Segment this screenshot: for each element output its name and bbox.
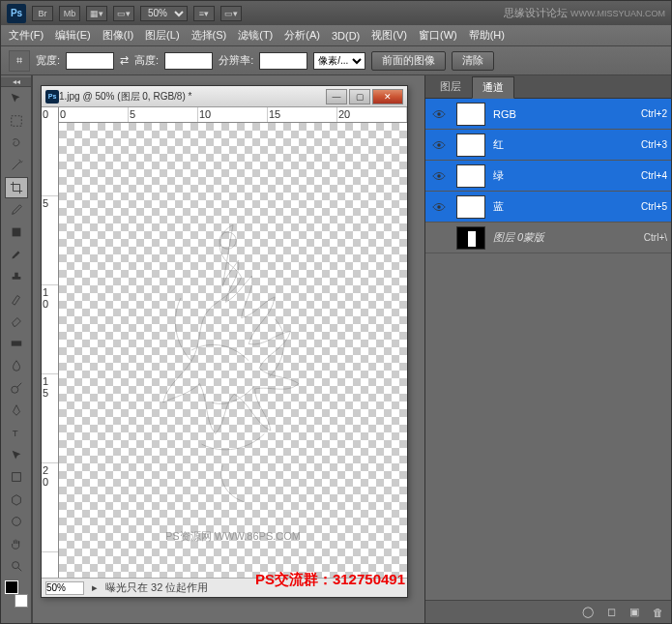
tab-layers[interactable]: 图层 [429, 75, 472, 98]
type-tool[interactable]: T [5, 422, 28, 443]
menu-view[interactable]: 视图(V) [371, 28, 407, 43]
screen-mode-button[interactable]: ▭▾ [113, 6, 134, 21]
history-brush-tool[interactable] [5, 288, 28, 310]
menu-select[interactable]: 选择(S) [191, 28, 227, 43]
foreground-swatch[interactable] [5, 580, 18, 594]
color-swatches[interactable] [5, 580, 28, 608]
channel-name: 图层 0蒙版 [493, 230, 636, 245]
channel-shortcut: Ctrl+\ [644, 232, 667, 243]
menu-window[interactable]: 窗口(W) [419, 28, 457, 43]
width-label: 宽度: [36, 53, 60, 68]
stamp-tool[interactable] [5, 266, 28, 287]
svg-point-3 [11, 386, 17, 393]
swap-icon[interactable]: ⇄ [120, 54, 129, 67]
bridge-button[interactable]: Br [32, 6, 53, 21]
workspace: ◂◂ T Ps 1.jpg @ 50% (图层 0, RGB/8 [1, 75, 671, 623]
doc-close-button[interactable]: ✕ [372, 89, 403, 104]
svg-text:T: T [12, 428, 17, 438]
res-input[interactable] [259, 52, 307, 70]
channel-shortcut: Ctrl+3 [641, 139, 667, 150]
svg-point-8 [219, 232, 236, 249]
hand-tool[interactable] [5, 533, 28, 554]
svg-point-9 [437, 112, 441, 116]
visibility-icon[interactable] [429, 140, 449, 150]
extras-button[interactable]: ≡▾ [193, 6, 215, 21]
doc-minimize-button[interactable]: — [326, 89, 347, 104]
doc-maximize-button[interactable]: ▢ [349, 89, 370, 104]
workspace-button[interactable]: ▭▾ [220, 6, 242, 21]
toolbox-collapse[interactable]: ◂◂ [1, 77, 31, 87]
zoom-tool[interactable] [5, 555, 28, 577]
eraser-tool[interactable] [5, 311, 28, 332]
pen-tool[interactable] [5, 400, 28, 421]
gradient-tool[interactable] [5, 333, 28, 354]
minibridge-button[interactable]: Mb [59, 6, 80, 21]
menu-analysis[interactable]: 分析(A) [284, 28, 320, 43]
clear-button[interactable]: 清除 [452, 51, 494, 71]
artwork [129, 168, 337, 532]
panels: 图层 通道 RGBCtrl+2红Ctrl+3绿Ctrl+4蓝Ctrl+5图层 0… [424, 75, 671, 623]
zoom-select[interactable]: 50% [140, 6, 188, 21]
canvas-watermark: PS资源网 WWW.86PS.COM [165, 529, 301, 544]
svg-point-6 [12, 518, 20, 526]
canvas[interactable]: PS资源网 WWW.86PS.COM [59, 123, 407, 578]
doc-titlebar[interactable]: Ps 1.jpg @ 50% (图层 0, RGB/8) * — ▢ ✕ [42, 86, 407, 107]
doc-icon: Ps [45, 90, 59, 104]
visibility-icon[interactable] [429, 202, 449, 212]
svg-rect-1 [12, 228, 20, 237]
move-tool[interactable] [5, 88, 28, 109]
tab-channels[interactable]: 通道 [472, 76, 514, 99]
channel-row[interactable]: 图层 0蒙版Ctrl+\ [425, 223, 671, 253]
path-select-tool[interactable] [5, 444, 28, 465]
channel-row[interactable]: RGBCtrl+2 [425, 99, 671, 130]
menu-edit[interactable]: 编辑(E) [55, 28, 91, 43]
load-selection-icon[interactable]: ◯ [580, 605, 596, 620]
blur-tool[interactable] [5, 355, 28, 376]
crop-tool-icon[interactable]: ⌗ [9, 50, 30, 72]
menu-layer[interactable]: 图层(L) [145, 28, 179, 43]
menu-file[interactable]: 文件(F) [9, 28, 44, 43]
menu-help[interactable]: 帮助(H) [469, 28, 505, 43]
svg-point-12 [437, 205, 441, 209]
unit-select[interactable]: 像素/... [313, 52, 365, 70]
doc-title: 1.jpg @ 50% (图层 0, RGB/8) * [59, 90, 326, 104]
lasso-tool[interactable] [5, 133, 28, 154]
3d-tool[interactable] [5, 489, 28, 510]
horizontal-ruler: 05101520 [59, 107, 407, 123]
save-selection-icon[interactable]: ◻ [603, 605, 619, 620]
visibility-icon[interactable] [429, 171, 449, 181]
delete-channel-icon[interactable]: 🗑 [650, 605, 665, 620]
new-channel-icon[interactable]: ▣ [627, 605, 642, 620]
visibility-icon[interactable] [429, 109, 449, 119]
channel-thumbnail [456, 226, 485, 250]
status-text: 曝光只在 32 位起作用 [105, 580, 208, 595]
channel-row[interactable]: 蓝Ctrl+5 [425, 192, 671, 223]
svg-point-7 [12, 562, 18, 569]
brush-tool[interactable] [5, 244, 28, 265]
heal-tool[interactable] [5, 222, 28, 243]
wand-tool[interactable] [5, 155, 28, 176]
arrange-docs-button[interactable]: ▦▾ [86, 6, 107, 21]
app-logo: Ps [7, 4, 26, 23]
channel-row[interactable]: 红Ctrl+3 [425, 130, 671, 161]
zoom-input[interactable] [45, 581, 84, 595]
menu-filter[interactable]: 滤镜(T) [238, 28, 273, 43]
width-input[interactable] [66, 52, 114, 70]
channel-shortcut: Ctrl+5 [641, 201, 667, 212]
height-input[interactable] [164, 52, 213, 70]
menu-3d[interactable]: 3D(D) [332, 30, 360, 42]
background-swatch[interactable] [15, 594, 28, 608]
3d-camera-tool[interactable] [5, 511, 28, 532]
crop-tool[interactable] [5, 177, 28, 198]
eyedropper-tool[interactable] [5, 199, 28, 221]
dodge-tool[interactable] [5, 377, 28, 399]
channel-row[interactable]: 绿Ctrl+4 [425, 161, 671, 192]
menu-image[interactable]: 图像(I) [102, 28, 133, 43]
front-image-button[interactable]: 前面的图像 [371, 51, 446, 71]
marquee-tool[interactable] [5, 110, 28, 132]
toolbox: ◂◂ T [1, 75, 32, 623]
channel-name: 蓝 [493, 199, 633, 214]
watermark: 思缘设计论坛 WWW.MISSYUAN.COM [504, 6, 665, 20]
shape-tool[interactable] [5, 466, 28, 488]
document-area: Ps 1.jpg @ 50% (图层 0, RGB/8) * — ▢ ✕ 051… [32, 75, 424, 623]
